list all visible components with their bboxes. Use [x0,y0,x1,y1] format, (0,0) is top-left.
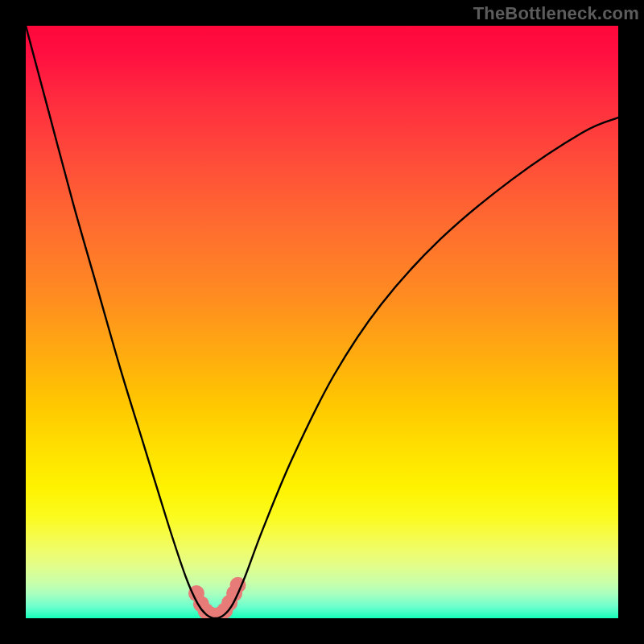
plot-area [26,26,618,618]
attribution-text: TheBottleneck.com [473,3,639,24]
bottleneck-curve [26,26,618,618]
interest-points [188,577,246,618]
curve-layer [26,26,618,618]
chart-frame: TheBottleneck.com [0,0,644,644]
